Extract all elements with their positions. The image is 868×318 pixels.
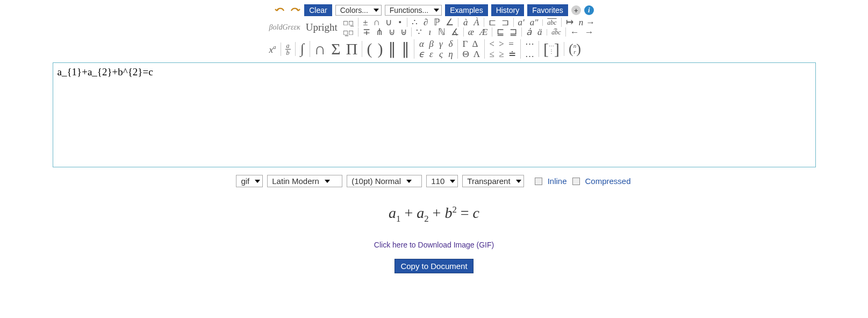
examples-button[interactable]: Examples xyxy=(445,4,487,16)
download-image-link[interactable]: Click here to Download Image (GIF) xyxy=(374,241,494,249)
history-button[interactable]: History xyxy=(491,4,525,16)
symbol-bbN[interactable]: ℕ xyxy=(438,27,446,37)
symbol-delta[interactable]: δ xyxy=(448,39,453,48)
caret-down-icon xyxy=(406,180,412,183)
symbol-prime[interactable]: a′ xyxy=(518,18,525,27)
symbol-bbP[interactable]: ℙ xyxy=(434,18,440,27)
symbol-Theta[interactable]: Θ xyxy=(462,50,469,59)
symbol-geq[interactable]: ≥ xyxy=(499,50,504,59)
functions-label: Functions... xyxy=(390,6,428,15)
symbol-acute-A[interactable]: À xyxy=(474,18,479,27)
symbol-cup[interactable]: ∪ xyxy=(385,18,392,27)
inline-label: Inline xyxy=(548,176,567,186)
symbol-sqsupset[interactable]: ⊐ xyxy=(501,18,509,27)
functions-select[interactable]: Functions... xyxy=(385,5,442,16)
bold-greek-style-button[interactable]: βoldGrεεκ xyxy=(269,24,300,31)
symbol-dvert[interactable]: ∥ xyxy=(401,41,410,57)
compressed-checkbox[interactable] xyxy=(572,178,580,185)
symbol-cdots[interactable]: ⋯ xyxy=(525,39,534,48)
symbol-mp[interactable]: ∓ xyxy=(363,27,370,37)
symbol-prod[interactable]: Π xyxy=(346,41,358,57)
copy-to-document-button[interactable]: Copy to Document xyxy=(394,259,473,273)
symbol-lt[interactable]: < xyxy=(489,39,494,48)
favorites-button[interactable]: Favorites xyxy=(527,4,568,16)
symbol-sum[interactable]: Σ xyxy=(331,41,340,57)
symbol-imath[interactable]: ı xyxy=(427,27,433,37)
clear-button[interactable]: Clear xyxy=(304,4,332,16)
dpi-select[interactable]: 110 xyxy=(426,175,458,187)
caret-down-icon xyxy=(516,180,521,183)
caret-down-icon xyxy=(450,180,455,183)
symbol-superscript[interactable]: xa xyxy=(269,44,276,54)
symbol-cap[interactable]: ∩ xyxy=(374,18,380,27)
symbol-leq[interactable]: ≤ xyxy=(489,50,494,59)
add-favorite-button[interactable]: + xyxy=(571,5,581,15)
caret-down-icon xyxy=(374,9,379,12)
symbol-dot-a[interactable]: ȧ xyxy=(526,27,532,37)
symbol-because[interactable]: ∵ xyxy=(416,27,422,37)
symbol-n-right[interactable]: n → xyxy=(579,18,595,27)
symbol-fraction[interactable]: a b xyxy=(285,43,291,56)
symbol-Gamma[interactable]: Γ xyxy=(462,39,468,48)
symbol-bullet[interactable]: • xyxy=(397,18,403,27)
symbol-integral[interactable]: ∫ xyxy=(300,42,305,56)
symbol-therefore[interactable]: ∴ xyxy=(412,18,418,27)
symbol-varsigma[interactable]: ς xyxy=(438,50,443,59)
info-button[interactable]: i xyxy=(584,5,594,15)
symbol-box-over[interactable]: ◻◻̲ xyxy=(343,19,354,26)
output-controls: gif Latin Modern (10pt) Normal 110 Trans… xyxy=(236,175,632,187)
symbol-box-under[interactable]: ◻̲◻ xyxy=(343,29,354,36)
symbol-sqsubseteq[interactable]: ⊑ xyxy=(497,27,504,37)
symbol-pm[interactable]: ± xyxy=(363,18,368,27)
symbol-ldots[interactable]: … xyxy=(525,50,534,59)
size-select[interactable]: (10pt) Normal xyxy=(347,175,422,187)
formula-input[interactable]: a_{1}+a_{2}+b^{2}=c xyxy=(53,62,816,167)
symbol-angle[interactable]: ∠ xyxy=(446,18,454,27)
symbol-eta[interactable]: η xyxy=(448,50,453,59)
symbol-lparen[interactable]: ( xyxy=(367,41,372,57)
symbol-palette: βoldGrεεκ Upright ◻◻̲ ± ∩ ∪ • ∴ xyxy=(269,17,599,59)
symbol-grave[interactable]: à xyxy=(463,18,468,27)
symbol-epsilon[interactable]: ϵ xyxy=(419,50,424,59)
symbol-ae[interactable]: æ xyxy=(468,27,474,37)
symbol-matrix[interactable]: [ ⋯⋮ ] xyxy=(543,41,559,57)
symbol-varepsilon[interactable]: ε xyxy=(428,50,434,59)
upright-style-button[interactable]: Upright xyxy=(306,22,338,32)
background-select[interactable]: Transparent xyxy=(462,175,523,187)
font-select[interactable]: Latin Modern xyxy=(267,175,342,187)
symbol-gamma[interactable]: γ xyxy=(438,39,443,48)
colors-label: Colors... xyxy=(340,6,368,15)
symbol-mapsto[interactable]: ↦ xyxy=(566,18,573,27)
format-select[interactable]: gif xyxy=(236,175,263,187)
symbol-uplus[interactable]: ⊍ xyxy=(389,27,395,37)
symbol-dprime[interactable]: a″ xyxy=(530,18,539,27)
symbol-Delta[interactable]: Δ xyxy=(472,39,478,48)
symbol-rightarrow[interactable]: → xyxy=(585,27,594,37)
symbol-rparen[interactable]: ) xyxy=(377,41,383,57)
redo-button[interactable] xyxy=(289,5,301,16)
symbol-doteq[interactable]: ≐ xyxy=(508,50,516,59)
symbol-beta[interactable]: β xyxy=(428,39,434,48)
formula-text: a_{1}+a_{2}+b^{2}=c xyxy=(58,66,153,77)
symbol-alpha[interactable]: α xyxy=(419,39,424,48)
symbol-Lambda[interactable]: Λ xyxy=(474,50,480,59)
symbol-biguplus[interactable]: ⊎ xyxy=(400,27,407,37)
symbol-ddot-a[interactable]: ä xyxy=(537,27,542,37)
symbol-measuredangle[interactable]: ∡ xyxy=(451,27,459,37)
undo-button[interactable] xyxy=(274,5,286,16)
symbol-eq[interactable]: = xyxy=(508,39,514,48)
symbol-partial[interactable]: ∂ xyxy=(423,18,428,27)
symbol-vert[interactable]: ∥ xyxy=(388,41,396,57)
caret-down-icon xyxy=(325,180,330,183)
symbol-sqsubset[interactable]: ⊏ xyxy=(489,18,496,27)
symbol-binomial[interactable]: ( nr ) xyxy=(569,42,581,56)
symbol-bigcap[interactable]: ∩ xyxy=(314,41,326,57)
symbol-leftarrow[interactable]: ← xyxy=(570,27,579,37)
symbol-widehat[interactable]: ⌢abc xyxy=(551,29,561,36)
symbol-gt[interactable]: > xyxy=(499,39,504,48)
colors-select[interactable]: Colors... xyxy=(335,5,382,16)
symbol-pitchfork[interactable]: ⋔ xyxy=(376,27,383,37)
inline-checkbox[interactable] xyxy=(535,178,542,185)
symbol-sqsupseteq[interactable]: ⊒ xyxy=(510,27,517,37)
symbol-AE[interactable]: Æ xyxy=(479,27,487,37)
